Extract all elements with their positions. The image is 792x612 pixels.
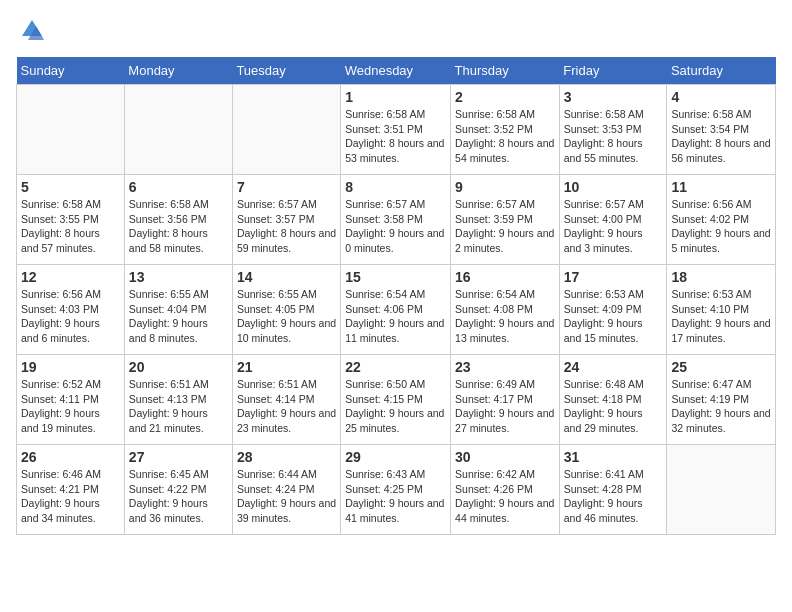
day-number: 13 bbox=[129, 269, 228, 285]
cell-content: Sunrise: 6:58 AMSunset: 3:53 PMDaylight:… bbox=[564, 107, 663, 166]
cell-content: Sunrise: 6:47 AMSunset: 4:19 PMDaylight:… bbox=[671, 377, 771, 436]
day-number: 31 bbox=[564, 449, 663, 465]
day-number: 24 bbox=[564, 359, 663, 375]
day-number: 9 bbox=[455, 179, 555, 195]
week-row-1: 1Sunrise: 6:58 AMSunset: 3:51 PMDaylight… bbox=[17, 85, 776, 175]
day-number: 6 bbox=[129, 179, 228, 195]
day-header-tuesday: Tuesday bbox=[232, 57, 340, 85]
day-number: 5 bbox=[21, 179, 120, 195]
calendar-cell: 29Sunrise: 6:43 AMSunset: 4:25 PMDayligh… bbox=[341, 445, 451, 535]
cell-content: Sunrise: 6:50 AMSunset: 4:15 PMDaylight:… bbox=[345, 377, 446, 436]
day-header-wednesday: Wednesday bbox=[341, 57, 451, 85]
day-number: 14 bbox=[237, 269, 336, 285]
calendar-cell: 18Sunrise: 6:53 AMSunset: 4:10 PMDayligh… bbox=[667, 265, 776, 355]
calendar-cell: 3Sunrise: 6:58 AMSunset: 3:53 PMDaylight… bbox=[559, 85, 667, 175]
calendar-cell: 21Sunrise: 6:51 AMSunset: 4:14 PMDayligh… bbox=[232, 355, 340, 445]
cell-content: Sunrise: 6:51 AMSunset: 4:14 PMDaylight:… bbox=[237, 377, 336, 436]
cell-content: Sunrise: 6:55 AMSunset: 4:05 PMDaylight:… bbox=[237, 287, 336, 346]
cell-content: Sunrise: 6:57 AMSunset: 4:00 PMDaylight:… bbox=[564, 197, 663, 256]
day-number: 11 bbox=[671, 179, 771, 195]
day-number: 22 bbox=[345, 359, 446, 375]
day-number: 3 bbox=[564, 89, 663, 105]
day-number: 28 bbox=[237, 449, 336, 465]
logo bbox=[16, 16, 46, 49]
cell-content: Sunrise: 6:55 AMSunset: 4:04 PMDaylight:… bbox=[129, 287, 228, 346]
cell-content: Sunrise: 6:53 AMSunset: 4:09 PMDaylight:… bbox=[564, 287, 663, 346]
day-header-sunday: Sunday bbox=[17, 57, 125, 85]
cell-content: Sunrise: 6:52 AMSunset: 4:11 PMDaylight:… bbox=[21, 377, 120, 436]
day-number: 25 bbox=[671, 359, 771, 375]
cell-content: Sunrise: 6:57 AMSunset: 3:57 PMDaylight:… bbox=[237, 197, 336, 256]
calendar-cell: 7Sunrise: 6:57 AMSunset: 3:57 PMDaylight… bbox=[232, 175, 340, 265]
day-number: 7 bbox=[237, 179, 336, 195]
cell-content: Sunrise: 6:53 AMSunset: 4:10 PMDaylight:… bbox=[671, 287, 771, 346]
calendar-cell: 25Sunrise: 6:47 AMSunset: 4:19 PMDayligh… bbox=[667, 355, 776, 445]
day-header-monday: Monday bbox=[124, 57, 232, 85]
calendar-cell: 28Sunrise: 6:44 AMSunset: 4:24 PMDayligh… bbox=[232, 445, 340, 535]
week-row-4: 19Sunrise: 6:52 AMSunset: 4:11 PMDayligh… bbox=[17, 355, 776, 445]
cell-content: Sunrise: 6:56 AMSunset: 4:02 PMDaylight:… bbox=[671, 197, 771, 256]
calendar-cell: 14Sunrise: 6:55 AMSunset: 4:05 PMDayligh… bbox=[232, 265, 340, 355]
calendar-cell: 24Sunrise: 6:48 AMSunset: 4:18 PMDayligh… bbox=[559, 355, 667, 445]
calendar-cell bbox=[667, 445, 776, 535]
calendar-cell: 15Sunrise: 6:54 AMSunset: 4:06 PMDayligh… bbox=[341, 265, 451, 355]
calendar-cell: 27Sunrise: 6:45 AMSunset: 4:22 PMDayligh… bbox=[124, 445, 232, 535]
week-row-5: 26Sunrise: 6:46 AMSunset: 4:21 PMDayligh… bbox=[17, 445, 776, 535]
calendar-cell: 2Sunrise: 6:58 AMSunset: 3:52 PMDaylight… bbox=[451, 85, 560, 175]
day-number: 17 bbox=[564, 269, 663, 285]
cell-content: Sunrise: 6:56 AMSunset: 4:03 PMDaylight:… bbox=[21, 287, 120, 346]
day-number: 21 bbox=[237, 359, 336, 375]
calendar-cell: 16Sunrise: 6:54 AMSunset: 4:08 PMDayligh… bbox=[451, 265, 560, 355]
day-number: 16 bbox=[455, 269, 555, 285]
calendar-cell bbox=[232, 85, 340, 175]
calendar-cell: 23Sunrise: 6:49 AMSunset: 4:17 PMDayligh… bbox=[451, 355, 560, 445]
calendar-cell: 26Sunrise: 6:46 AMSunset: 4:21 PMDayligh… bbox=[17, 445, 125, 535]
page-header bbox=[16, 16, 776, 49]
day-number: 27 bbox=[129, 449, 228, 465]
calendar-cell: 5Sunrise: 6:58 AMSunset: 3:55 PMDaylight… bbox=[17, 175, 125, 265]
cell-content: Sunrise: 6:54 AMSunset: 4:08 PMDaylight:… bbox=[455, 287, 555, 346]
week-row-2: 5Sunrise: 6:58 AMSunset: 3:55 PMDaylight… bbox=[17, 175, 776, 265]
cell-content: Sunrise: 6:58 AMSunset: 3:55 PMDaylight:… bbox=[21, 197, 120, 256]
day-number: 29 bbox=[345, 449, 446, 465]
calendar-cell: 17Sunrise: 6:53 AMSunset: 4:09 PMDayligh… bbox=[559, 265, 667, 355]
calendar-cell: 31Sunrise: 6:41 AMSunset: 4:28 PMDayligh… bbox=[559, 445, 667, 535]
day-number: 4 bbox=[671, 89, 771, 105]
day-number: 26 bbox=[21, 449, 120, 465]
day-header-saturday: Saturday bbox=[667, 57, 776, 85]
day-number: 2 bbox=[455, 89, 555, 105]
day-header-thursday: Thursday bbox=[451, 57, 560, 85]
day-number: 12 bbox=[21, 269, 120, 285]
logo-icon bbox=[18, 16, 46, 44]
calendar-cell: 12Sunrise: 6:56 AMSunset: 4:03 PMDayligh… bbox=[17, 265, 125, 355]
calendar-cell: 20Sunrise: 6:51 AMSunset: 4:13 PMDayligh… bbox=[124, 355, 232, 445]
calendar-cell bbox=[17, 85, 125, 175]
calendar-cell: 6Sunrise: 6:58 AMSunset: 3:56 PMDaylight… bbox=[124, 175, 232, 265]
cell-content: Sunrise: 6:41 AMSunset: 4:28 PMDaylight:… bbox=[564, 467, 663, 526]
cell-content: Sunrise: 6:49 AMSunset: 4:17 PMDaylight:… bbox=[455, 377, 555, 436]
calendar-cell: 8Sunrise: 6:57 AMSunset: 3:58 PMDaylight… bbox=[341, 175, 451, 265]
cell-content: Sunrise: 6:46 AMSunset: 4:21 PMDaylight:… bbox=[21, 467, 120, 526]
cell-content: Sunrise: 6:58 AMSunset: 3:56 PMDaylight:… bbox=[129, 197, 228, 256]
cell-content: Sunrise: 6:51 AMSunset: 4:13 PMDaylight:… bbox=[129, 377, 228, 436]
cell-content: Sunrise: 6:54 AMSunset: 4:06 PMDaylight:… bbox=[345, 287, 446, 346]
calendar-cell: 11Sunrise: 6:56 AMSunset: 4:02 PMDayligh… bbox=[667, 175, 776, 265]
calendar-cell: 30Sunrise: 6:42 AMSunset: 4:26 PMDayligh… bbox=[451, 445, 560, 535]
calendar-cell: 22Sunrise: 6:50 AMSunset: 4:15 PMDayligh… bbox=[341, 355, 451, 445]
week-row-3: 12Sunrise: 6:56 AMSunset: 4:03 PMDayligh… bbox=[17, 265, 776, 355]
day-number: 8 bbox=[345, 179, 446, 195]
cell-content: Sunrise: 6:42 AMSunset: 4:26 PMDaylight:… bbox=[455, 467, 555, 526]
cell-content: Sunrise: 6:58 AMSunset: 3:51 PMDaylight:… bbox=[345, 107, 446, 166]
cell-content: Sunrise: 6:57 AMSunset: 3:59 PMDaylight:… bbox=[455, 197, 555, 256]
day-number: 15 bbox=[345, 269, 446, 285]
calendar-cell: 19Sunrise: 6:52 AMSunset: 4:11 PMDayligh… bbox=[17, 355, 125, 445]
calendar-cell: 10Sunrise: 6:57 AMSunset: 4:00 PMDayligh… bbox=[559, 175, 667, 265]
day-number: 20 bbox=[129, 359, 228, 375]
calendar-cell: 1Sunrise: 6:58 AMSunset: 3:51 PMDaylight… bbox=[341, 85, 451, 175]
cell-content: Sunrise: 6:57 AMSunset: 3:58 PMDaylight:… bbox=[345, 197, 446, 256]
cell-content: Sunrise: 6:45 AMSunset: 4:22 PMDaylight:… bbox=[129, 467, 228, 526]
cell-content: Sunrise: 6:44 AMSunset: 4:24 PMDaylight:… bbox=[237, 467, 336, 526]
cell-content: Sunrise: 6:48 AMSunset: 4:18 PMDaylight:… bbox=[564, 377, 663, 436]
day-number: 30 bbox=[455, 449, 555, 465]
calendar-cell bbox=[124, 85, 232, 175]
